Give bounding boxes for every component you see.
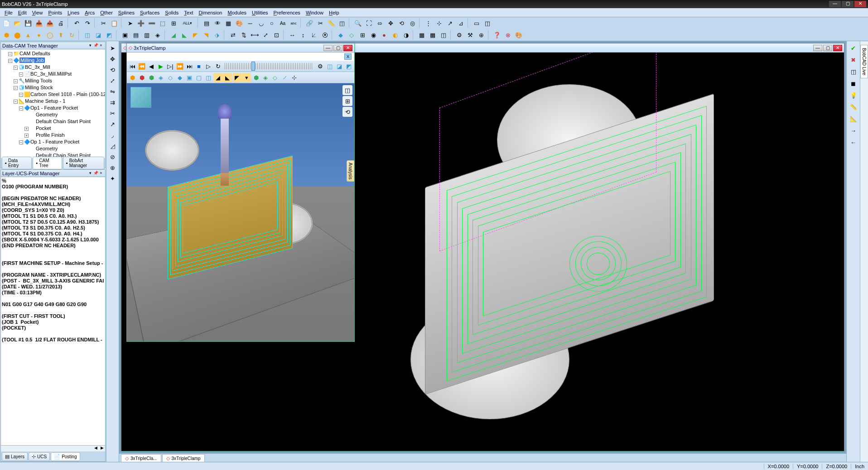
tool-arc-icon[interactable]: ◡ bbox=[256, 18, 266, 28]
maximize-button[interactable]: ▢ bbox=[842, 1, 854, 7]
menu-edit[interactable]: Edit bbox=[15, 9, 29, 16]
sim-next-icon[interactable]: ⏩ bbox=[175, 62, 184, 71]
surf3-icon[interactable]: ◤ bbox=[190, 30, 200, 40]
misc2-icon[interactable]: ◇ bbox=[347, 30, 357, 40]
simv-wire6-icon[interactable]: ◫ bbox=[204, 73, 213, 82]
menu-surfaces[interactable]: Surfaces bbox=[137, 9, 162, 16]
vtool-rotate-icon[interactable]: ⟲ bbox=[108, 65, 118, 75]
render3-icon[interactable]: ◫ bbox=[439, 30, 448, 40]
sim-record-icon[interactable]: ▷ bbox=[204, 62, 213, 71]
tree-node[interactable]: −🔷Op1 - Feature Pocket bbox=[3, 105, 104, 111]
simv-tool1-icon[interactable]: ◢ bbox=[213, 73, 222, 82]
surf1-icon[interactable]: ◢ bbox=[169, 30, 178, 40]
right-shade-icon[interactable]: ◼ bbox=[849, 78, 858, 88]
view-iso-icon[interactable]: ◈ bbox=[153, 30, 163, 40]
tool-abc-icon[interactable]: abc bbox=[289, 18, 299, 28]
vtool-extend-icon[interactable]: ↗ bbox=[108, 119, 118, 129]
vtool-trim-icon[interactable]: ✂ bbox=[108, 108, 118, 118]
tool-undo-icon[interactable]: ↶ bbox=[72, 18, 82, 28]
menu-arcs[interactable]: Arcs bbox=[82, 9, 97, 16]
menu-points[interactable]: Points bbox=[45, 9, 65, 16]
tool-cube-icon[interactable]: ◫ bbox=[482, 18, 492, 28]
vtool-select-icon[interactable]: ➤ bbox=[108, 43, 118, 53]
tree-node[interactable]: Geometry bbox=[3, 145, 104, 152]
tool-line-icon[interactable]: ─ bbox=[245, 18, 255, 28]
view-top-icon[interactable]: ▣ bbox=[120, 30, 130, 40]
tool-text-aa-icon[interactable]: Aa bbox=[278, 18, 288, 28]
right-wire-icon[interactable]: ◫ bbox=[849, 67, 858, 77]
simside-2-icon[interactable]: ⊞ bbox=[342, 96, 352, 106]
solid-intersect-icon[interactable]: ◩ bbox=[104, 30, 114, 40]
simv-shade3-icon[interactable]: ⬢ bbox=[147, 73, 156, 82]
tool-snap3-icon[interactable]: ↗ bbox=[445, 18, 455, 28]
tool-pointer-icon[interactable]: ➤ bbox=[125, 18, 135, 28]
simv-axes-icon[interactable]: ⊹ bbox=[289, 73, 299, 82]
vtool-fillet-icon[interactable]: ◞ bbox=[108, 130, 118, 140]
tool-zoom-icon[interactable]: 🔍 bbox=[353, 18, 363, 28]
sim-play-icon[interactable]: ▶ bbox=[156, 62, 165, 71]
post-tab-ucs[interactable]: ⊹UCS bbox=[29, 452, 50, 461]
right-cancel-icon[interactable]: ✖ bbox=[849, 55, 858, 65]
post-tab-layers[interactable]: ▤Layers bbox=[2, 452, 28, 461]
doc-tab[interactable]: ◇3xTripleCla... bbox=[121, 454, 161, 462]
vtool-move-icon[interactable]: ✥ bbox=[108, 54, 118, 64]
tool-select-remove-icon[interactable]: ➖ bbox=[147, 18, 157, 28]
tree-node[interactable]: −🟨Carbon Steel 1018 - Plain (100-125 HB) bbox=[3, 91, 104, 98]
panel-pin-icon[interactable]: 📌 bbox=[93, 171, 98, 176]
sim-speed-slider[interactable] bbox=[225, 63, 313, 69]
tree-node[interactable]: Geometry bbox=[3, 111, 104, 118]
tool-rotate-icon[interactable]: ⟲ bbox=[396, 18, 406, 28]
misc1-icon[interactable]: ◆ bbox=[336, 30, 346, 40]
view-side-icon[interactable]: ▥ bbox=[142, 30, 152, 40]
scroll-right-icon[interactable]: ▶ bbox=[99, 446, 105, 451]
doc-close-icon[interactable]: ✕ bbox=[833, 45, 842, 51]
simv-wire2-icon[interactable]: ◇ bbox=[166, 73, 175, 82]
misc5-icon[interactable]: ● bbox=[379, 30, 389, 40]
surf4-icon[interactable]: ◥ bbox=[201, 30, 211, 40]
tree-node[interactable]: −🔷Milling Job bbox=[3, 57, 104, 64]
minimize-button[interactable]: — bbox=[829, 1, 841, 7]
doc-maximize-icon[interactable]: ▢ bbox=[823, 45, 832, 51]
sim-last-icon[interactable]: ⏭ bbox=[185, 62, 194, 71]
menu-view[interactable]: View bbox=[29, 9, 46, 16]
tree-node[interactable]: −🧊Milling Stock bbox=[3, 84, 104, 91]
view-front-icon[interactable]: ▤ bbox=[131, 30, 141, 40]
cam-tab-cam-tree[interactable]: ▪CAM Tree bbox=[33, 157, 62, 169]
tree-node[interactable]: +Profile Finish bbox=[3, 132, 104, 139]
simv-wire4-icon[interactable]: ▣ bbox=[185, 73, 194, 82]
vtool-break-icon[interactable]: ⊘ bbox=[108, 152, 118, 162]
right-arrow2-icon[interactable]: ← bbox=[849, 137, 858, 147]
tool-open-icon[interactable]: 📂 bbox=[12, 18, 22, 28]
sim-stop-icon[interactable]: ■ bbox=[194, 62, 203, 71]
tool-import-icon[interactable]: 📥 bbox=[34, 18, 44, 28]
doc-tab[interactable]: ◇3xTripleClamp bbox=[162, 454, 205, 462]
tool-visibility-icon[interactable]: 👁 bbox=[212, 18, 222, 28]
panel-pin-icon[interactable]: 📌 bbox=[93, 43, 98, 48]
scroll-left-icon[interactable]: ◀ bbox=[92, 446, 99, 451]
tool-layer-icon[interactable]: ▤ bbox=[202, 18, 212, 28]
right-ruler-icon[interactable]: 📏 bbox=[849, 102, 858, 112]
tool-wireframe-icon[interactable]: ◫ bbox=[337, 18, 347, 28]
menu-splines[interactable]: Splines bbox=[116, 9, 137, 16]
panel-close-icon[interactable]: × bbox=[98, 43, 104, 48]
tree-node[interactable]: Default Chain Start Point bbox=[3, 118, 104, 125]
tool-circle-icon[interactable]: ○ bbox=[267, 18, 277, 28]
sim-doc-window[interactable]: ◇ 3xTripleClamp — ▢ ✕ X ⏮ ⏪ ◀ ▶ ▷| ⏩ ⏭ ■… bbox=[126, 43, 355, 342]
dim3-icon[interactable]: ⟀ bbox=[309, 30, 319, 40]
tool-copy-icon[interactable]: 📋 bbox=[109, 18, 119, 28]
tool-zoom-fit-icon[interactable]: ⛶ bbox=[364, 18, 374, 28]
tool-link-icon[interactable]: 🔗 bbox=[304, 18, 314, 28]
misc3-icon[interactable]: ⊞ bbox=[357, 30, 367, 40]
sim-viewport[interactable]: ◫ ⊞ ⟲ bbox=[127, 83, 354, 341]
vtool-chamfer-icon[interactable]: ◿ bbox=[108, 141, 118, 151]
simv-stock3-icon[interactable]: ◇ bbox=[270, 73, 280, 82]
menu-help[interactable]: Help bbox=[326, 9, 342, 16]
simv-tool3-icon[interactable]: ◤ bbox=[232, 73, 241, 82]
doc-close-icon[interactable]: ✕ bbox=[343, 45, 352, 51]
solid-sphere-icon[interactable]: ● bbox=[34, 30, 44, 40]
help-icon[interactable]: ❓ bbox=[492, 30, 502, 40]
menu-dimension[interactable]: Dimension bbox=[196, 9, 225, 16]
sim-view1-icon[interactable]: ◫ bbox=[325, 62, 334, 71]
simv-stock2-icon[interactable]: ◈ bbox=[261, 73, 270, 82]
menu-file[interactable]: File bbox=[2, 9, 15, 16]
